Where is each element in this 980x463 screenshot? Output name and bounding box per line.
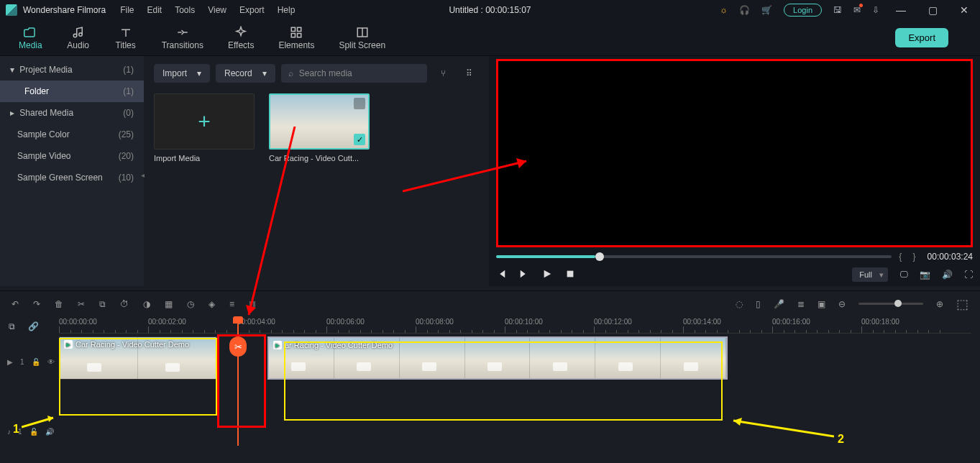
stop-button[interactable] <box>565 269 575 281</box>
search-media-input[interactable]: ⌕Search media <box>281 64 427 83</box>
eye-icon[interactable]: 👁 <box>47 358 55 366</box>
sidebar-item-shared-media[interactable]: ▸ Shared Media(0) <box>0 102 144 124</box>
crop-button[interactable]: ⧉ <box>99 299 106 309</box>
close-button[interactable]: ✕ <box>954 4 974 16</box>
maximize-button[interactable]: ▢ <box>922 4 943 16</box>
green-screen-button[interactable]: ▦ <box>165 299 173 309</box>
speed-button[interactable]: ⏱ <box>120 299 129 309</box>
video-track: ▶1 🔓 👁 ▶Car Racing - Video Cutter Demo ▶… <box>0 336 980 395</box>
export-button[interactable]: Export <box>895 28 948 47</box>
link-tracks-icon[interactable]: 🔗 <box>28 321 39 331</box>
color-button[interactable]: ◑ <box>143 299 150 309</box>
grid-view-icon[interactable]: ⠿ <box>459 63 479 83</box>
play-button[interactable] <box>542 269 552 281</box>
undo-button[interactable]: ↶ <box>12 299 19 309</box>
annotation-arrow-2-icon <box>726 417 834 439</box>
cut-button[interactable]: ✂ <box>78 299 85 309</box>
timeline-options-icon[interactable]: ⧉ <box>9 321 15 331</box>
sidebar-item-folder[interactable]: Folder(1) <box>0 81 144 102</box>
svg-line-13 <box>249 127 295 315</box>
next-frame-button[interactable] <box>519 269 529 281</box>
split-scissors-icon[interactable]: ✂ <box>229 336 247 357</box>
minimize-button[interactable]: — <box>891 4 911 16</box>
duration-button[interactable]: ◷ <box>187 299 194 309</box>
menu-edit[interactable]: Edit <box>147 5 162 15</box>
video-type-icon <box>354 98 365 109</box>
mixer-button[interactable]: ≣ <box>797 299 805 309</box>
snapshot-icon[interactable]: 📷 <box>920 270 930 280</box>
zoom-in-button[interactable]: ⊕ <box>936 299 943 309</box>
download-icon[interactable]: ⇩ <box>872 5 879 15</box>
zoom-fit-button[interactable]: ⬚ <box>956 296 968 312</box>
timeline-clip-1[interactable]: ▶Car Racing - Video Cutter Demo <box>59 336 217 380</box>
quality-dropdown[interactable]: Full <box>852 267 888 282</box>
preview-timecode: 00:00:03:24 <box>928 252 973 262</box>
record-dropdown[interactable]: Record▾ <box>216 64 275 83</box>
title-bar: Wondershare Filmora File Edit Tools View… <box>0 0 980 20</box>
voiceover-button[interactable]: 🎤 <box>774 299 784 309</box>
project-title: Untitled : 00:00:15:07 <box>449 5 531 15</box>
filter-icon[interactable]: ⑂ <box>433 63 453 83</box>
tab-split-screen[interactable]: Split Screen <box>330 23 394 53</box>
timeline-toolbar: ↶ ↷ 🗑 ✂ ⧉ ⏱ ◑ ▦ ◷ ◈ ≡ ⦀⦀ ◌ ▯ 🎤 ≣ ▣ ⊖ ⊕ ⬚ <box>0 290 980 316</box>
cart-icon[interactable]: 🛒 <box>761 5 772 15</box>
menu-tools[interactable]: Tools <box>175 5 195 15</box>
import-dropdown[interactable]: Import▾ <box>154 64 210 83</box>
login-button[interactable]: Login <box>784 4 822 17</box>
timeline-ruler[interactable]: 00:00:00:0000:00:02:0000:00:04:0000:00:0… <box>59 316 971 334</box>
lightbulb-icon[interactable]: ☼ <box>720 5 728 15</box>
menu-export[interactable]: Export <box>239 5 265 15</box>
zoom-slider[interactable] <box>858 303 923 305</box>
play-icon: ▶ <box>64 340 73 349</box>
fullscreen-icon[interactable]: ⛶ <box>964 270 973 280</box>
sidebar-item-sample-video[interactable]: Sample Video(20) <box>0 145 144 167</box>
sidebar-item-project-media[interactable]: ▾ Project Media(1) <box>0 59 144 81</box>
keyframe-button[interactable]: ◈ <box>209 299 215 309</box>
tab-titles[interactable]: Titles <box>106 23 146 53</box>
track-audio-icon: ♪ <box>7 428 11 436</box>
scrub-handle[interactable] <box>595 252 604 261</box>
timeline-clip-2[interactable]: ▶ar Racing - Video Cutter Demo <box>267 336 728 380</box>
svg-rect-5 <box>298 33 301 37</box>
marker-button[interactable]: ◌ <box>736 299 743 309</box>
prev-frame-button[interactable] <box>496 269 506 281</box>
tab-effects[interactable]: Effects <box>219 23 262 53</box>
tab-elements[interactable]: Elements <box>270 23 323 53</box>
menu-view[interactable]: View <box>208 5 226 15</box>
sidebar-item-sample-color[interactable]: Sample Color(25) <box>0 124 144 145</box>
collapse-sidebar-icon[interactable]: ◂ <box>141 171 145 179</box>
zoom-out-button[interactable]: ⊖ <box>838 299 846 309</box>
tab-bar: Media Audio Titles Transitions Effects E… <box>0 20 980 56</box>
media-sidebar: ▾ Project Media(1) Folder(1) ▸ Shared Me… <box>0 56 144 286</box>
menu-help[interactable]: Help <box>278 5 296 15</box>
display-icon[interactable]: 🖵 <box>899 270 908 280</box>
volume-icon[interactable]: 🔊 <box>942 270 953 280</box>
svg-rect-4 <box>292 33 296 37</box>
annotation-arrow-1-icon <box>22 415 59 429</box>
in-out-brackets[interactable]: { } <box>899 252 920 262</box>
headphones-icon[interactable]: 🎧 <box>739 5 750 15</box>
render-button[interactable]: ▣ <box>818 299 825 309</box>
lock-icon[interactable]: 🔓 <box>32 358 40 366</box>
annotation-red-arrow-right-icon <box>403 157 532 195</box>
menu-file[interactable]: File <box>120 5 134 15</box>
chevron-down-icon: ▾ <box>197 68 201 78</box>
track-video-icon: ▶ <box>7 358 13 366</box>
app-name: Wondershare Filmora <box>23 5 106 15</box>
playhead[interactable]: ✂ <box>237 316 239 446</box>
tab-media[interactable]: Media <box>10 23 51 53</box>
adjust-button[interactable]: ≡ <box>229 299 234 309</box>
mail-icon[interactable]: ✉ <box>853 5 861 15</box>
import-media-tile[interactable]: + Import Media <box>154 93 255 162</box>
sidebar-item-sample-green-screen[interactable]: Sample Green Screen(10) <box>0 167 144 188</box>
plus-icon: + <box>198 109 211 134</box>
svg-line-15 <box>403 161 526 191</box>
redo-button[interactable]: ↷ <box>33 299 40 309</box>
tab-transitions[interactable]: Transitions <box>153 23 212 53</box>
delete-button[interactable]: 🗑 <box>55 299 63 309</box>
tab-audio[interactable]: Audio <box>58 23 99 53</box>
track-button[interactable]: ▯ <box>756 299 761 309</box>
preview-scrubber[interactable] <box>496 255 892 258</box>
save-icon[interactable]: 🖫 <box>833 5 842 15</box>
preview-viewport[interactable] <box>496 59 973 247</box>
